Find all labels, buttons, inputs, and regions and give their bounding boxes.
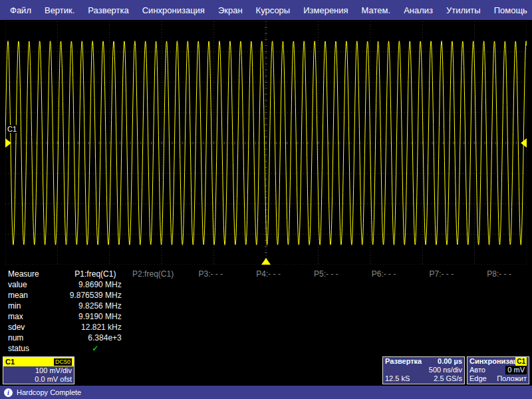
menu-item-analysis[interactable]: Анализ — [398, 3, 439, 17]
measure-cell-p8-mean — [470, 290, 528, 301]
measure-cell-p1-min: 9.8256 MHz — [66, 301, 124, 311]
measure-cell-p3-sdev — [182, 322, 240, 332]
measure-cell-p3-num — [182, 332, 240, 343]
measure-cell-p4-mean — [239, 290, 297, 301]
measure-cell-p7-sdev — [413, 322, 471, 332]
trigger-slope: Положит — [497, 374, 527, 383]
measure-cell-p1-max: 9.9190 MHz — [66, 311, 124, 322]
measure-cell-p5-min — [297, 301, 355, 311]
measure-cell-p4-sdev — [239, 322, 297, 332]
menu-item-vertical[interactable]: Вертик. — [39, 3, 80, 17]
measure-table: MeasureP1:freq(C1)P2:freq(C1)P3:- - -P4:… — [0, 269, 532, 354]
measure-cell-p7-max — [413, 311, 471, 322]
channel-box-header: C1 DC50 — [3, 357, 74, 366]
measure-cell-p5-value — [297, 279, 355, 290]
timebase-rate: 2.5 GS/s — [434, 374, 462, 383]
menu-item-measure[interactable]: Измерения — [297, 3, 354, 17]
measure-cell-p2-num — [124, 332, 182, 343]
measure-cell-p3-status — [182, 343, 240, 354]
measure-row-label-sdev: sdev — [8, 322, 66, 332]
trigger-title: Синхронизац — [469, 357, 515, 366]
measure-cell-p3-max — [182, 311, 240, 322]
measure-cell-p5-num — [297, 332, 355, 343]
measure-cell-p2-max — [124, 311, 182, 322]
measure-cell-p8-num — [470, 332, 528, 343]
trigger-type: Edge — [469, 374, 487, 383]
timebase-scale: 500 ns/div — [429, 366, 462, 374]
oscilloscope-screen: ФайлВертик.РазверткаСинхронизацияЭкранКу… — [0, 0, 532, 399]
measure-cell-p6-value — [355, 279, 413, 290]
measure-cell-p3-mean — [182, 290, 240, 301]
menu-item-trigger[interactable]: Синхронизация — [136, 3, 211, 17]
measure-cell-p1-num: 6.384e+3 — [66, 332, 124, 343]
info-icon[interactable] — [4, 388, 13, 397]
measure-row-label-num: num — [8, 332, 66, 343]
measure-cell-p4-max — [239, 311, 297, 322]
menu-item-help[interactable]: Помощь — [488, 3, 532, 17]
measure-cell-p5-sdev — [297, 322, 355, 332]
trigger-level-marker[interactable] — [521, 138, 527, 148]
trigger-source-badge: C1 — [515, 357, 527, 366]
measure-cell-p4-value — [239, 279, 297, 290]
measure-cell-p3-value — [182, 279, 240, 290]
menu-item-math[interactable]: Матем. — [356, 3, 397, 17]
measure-col-header-p8[interactable]: P8:- - - — [470, 269, 528, 279]
measure-cell-p5-status — [297, 343, 355, 354]
measure-cell-p1-status: ✓ — [66, 343, 124, 354]
measure-cell-p1-value: 9.8690 MHz — [66, 279, 124, 290]
measure-cell-p2-mean — [124, 290, 182, 301]
waveform-canvas — [5, 21, 527, 265]
measure-cell-p6-num — [355, 332, 413, 343]
measure-col-header-p3[interactable]: P3:- - - — [182, 269, 240, 279]
timebase-descriptor-box[interactable]: Развертка 0.00 µs 500 ns/div 12.5 kS 2.5… — [382, 356, 465, 384]
measure-row-label-min: min — [8, 301, 66, 311]
menu-item-timebase[interactable]: Развертка — [82, 3, 134, 17]
measure-cell-p1-mean: 9.876539 MHz — [66, 290, 124, 301]
measure-cell-p7-min — [413, 301, 471, 311]
measure-col-header-p1[interactable]: P1:freq(C1) — [66, 269, 124, 279]
measure-col-header-p5[interactable]: P5:- - - — [297, 269, 355, 279]
measure-row-label-status: status — [8, 343, 66, 354]
channel-scale: 100 mV/div — [35, 366, 72, 375]
menu-item-cursors[interactable]: Курсоры — [250, 3, 297, 17]
measure-row-label-value: value — [8, 279, 66, 290]
measure-cell-p6-status — [355, 343, 413, 354]
measure-cell-p8-sdev — [470, 322, 528, 332]
measure-cell-p4-min — [239, 301, 297, 311]
measure-cell-p3-min — [182, 301, 240, 311]
channel-offset: 0.0 mV ofst — [35, 375, 72, 384]
measure-cell-p2-value — [124, 279, 182, 290]
waveform-display: C1 — [5, 21, 527, 265]
measure-cell-p7-num — [413, 332, 471, 343]
measure-cell-p5-mean — [297, 290, 355, 301]
trigger-descriptor-box[interactable]: Синхронизац C1 Авто 0 mV Edge Положит — [467, 356, 529, 384]
measure-cell-p7-value — [413, 279, 471, 290]
measure-cell-p7-mean — [413, 290, 471, 301]
spacer — [76, 356, 380, 384]
timebase-title: Развертка — [385, 357, 422, 366]
coupling-badge: DC50 — [54, 358, 72, 366]
measure-title: Measure — [8, 269, 66, 279]
channel-descriptor-box[interactable]: C1 DC50 100 mV/div 0.0 mV ofst — [3, 356, 74, 384]
measure-cell-p5-max — [297, 311, 355, 322]
measure-col-header-p2[interactable]: P2:freq(C1) — [124, 269, 182, 279]
menu-item-utilities[interactable]: Утилиты — [440, 3, 487, 17]
measure-col-header-p4[interactable]: P4:- - - — [239, 269, 297, 279]
measure-cell-p6-sdev — [355, 322, 413, 332]
measure-col-header-p7[interactable]: P7:- - - — [413, 269, 471, 279]
channel-offset-marker[interactable] — [5, 138, 11, 148]
measure-col-header-p6[interactable]: P6:- - - — [355, 269, 413, 279]
timebase-delay: 0.00 µs — [438, 357, 462, 366]
trigger-position-marker[interactable] — [261, 258, 271, 265]
measure-cell-p8-status — [470, 343, 528, 354]
menu-item-file[interactable]: Файл — [4, 3, 37, 17]
measure-cell-p2-sdev — [124, 322, 182, 332]
channel-label: C1 — [7, 125, 17, 133]
measure-cell-p8-max — [470, 311, 528, 322]
menu-item-display[interactable]: Экран — [212, 3, 249, 17]
status-message: Hardcopy Complete — [17, 388, 81, 396]
descriptor-row: C1 DC50 100 mV/div 0.0 mV ofst Развертка… — [3, 356, 529, 384]
trigger-level: 0 mV — [505, 366, 527, 374]
measure-cell-p2-status — [124, 343, 182, 354]
status-bar: Hardcopy Complete — [0, 386, 532, 399]
